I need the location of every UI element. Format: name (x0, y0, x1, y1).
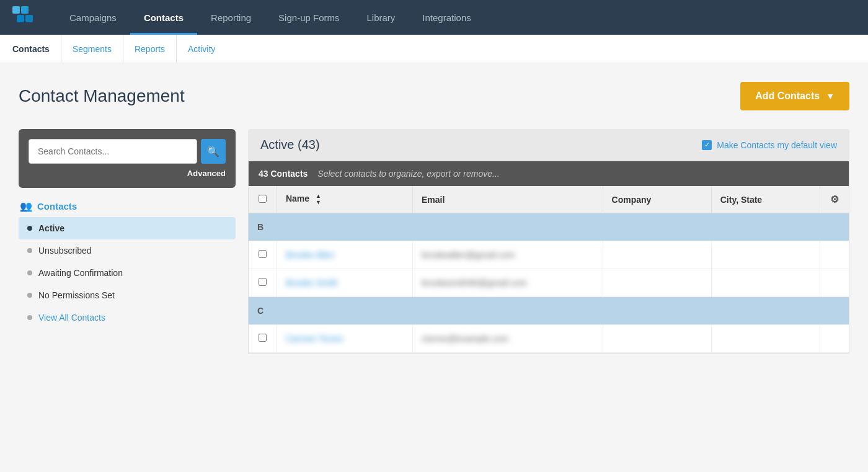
email-column-header: Email (412, 186, 603, 213)
search-box: 🔍 Advanced (19, 129, 236, 188)
table-body: B Brooke Allen brookeallen@gmail.com (249, 213, 849, 353)
city-cell (711, 269, 820, 297)
name-cell[interactable]: Brooke Smith (277, 269, 412, 297)
table-header-bar: 43 Contacts Select contacts to organize,… (249, 161, 849, 186)
sidebar-item-no-permissions[interactable]: No Permissions Set (19, 284, 236, 306)
default-view-label: Make Contacts my default view (717, 140, 837, 150)
name-sort-icon[interactable]: ▲▼ (316, 194, 321, 205)
sidebar-unsubscribed-label: Unsubscribed (38, 246, 92, 256)
search-input[interactable] (29, 139, 197, 164)
dropdown-arrow-icon: ▼ (826, 91, 835, 101)
add-contacts-button[interactable]: Add Contacts ▼ (740, 82, 849, 110)
logo[interactable] (12, 6, 37, 29)
right-panel: Active (43) ✓ Make Contacts my default v… (248, 129, 849, 354)
contact-email-blurred: ctorres@example.com (422, 334, 508, 344)
awaiting-dot-icon (27, 270, 32, 275)
subnav-contacts[interactable]: Contacts (12, 35, 61, 63)
name-cell[interactable]: Brooke Allen (277, 241, 412, 269)
contacts-count: 43 Contacts (259, 169, 308, 179)
table-header-row: Name ▲▼ Email Company City, State ⚙ (249, 186, 849, 213)
table-row: Brooke Smith brookesmith90@gmail.com (249, 269, 849, 297)
sidebar-item-active[interactable]: Active (19, 217, 236, 239)
svg-rect-0 (12, 6, 20, 14)
nav-library[interactable]: Library (353, 0, 409, 35)
row-checkbox-cell[interactable] (249, 241, 277, 269)
view-all-dot-icon (27, 315, 32, 320)
city-column-header: City, State (711, 186, 820, 213)
view-all-label: View All Contacts (38, 313, 105, 323)
row-settings-cell (820, 241, 849, 269)
sidebar-item-unsubscribed[interactable]: Unsubscribed (19, 239, 236, 262)
sidebar-section: 👥 Contacts Active Unsubscribed Awaiting … (19, 200, 236, 329)
table-row: Brooke Allen brookeallen@gmail.com (249, 241, 849, 269)
nav-reporting[interactable]: Reporting (197, 0, 265, 35)
subnav-segments[interactable]: Segments (61, 35, 123, 63)
nav-campaigns[interactable]: Campaigns (56, 0, 130, 35)
nav-contacts[interactable]: Contacts (130, 0, 197, 35)
group-letter-c: C (249, 297, 849, 325)
row-checkbox[interactable] (259, 334, 267, 342)
unsubscribed-dot-icon (27, 248, 32, 253)
table-row: Carmen Torres ctorres@example.com (249, 325, 849, 353)
email-cell: brookesmith90@gmail.com (412, 269, 603, 297)
group-row-b: B (249, 213, 849, 241)
sidebar-active-label: Active (38, 223, 64, 233)
email-cell: ctorres@example.com (412, 325, 603, 353)
sidebar-group-name: Contacts (37, 201, 77, 212)
subnav-activity[interactable]: Activity (177, 35, 226, 63)
search-button[interactable]: 🔍 (201, 139, 226, 164)
name-column-label: Name (286, 194, 309, 203)
select-all-header[interactable] (249, 186, 277, 213)
group-row-c: C (249, 297, 849, 325)
page-header: Contact Management Add Contacts ▼ (19, 82, 849, 110)
view-all-contacts-link[interactable]: View All Contacts (19, 306, 236, 329)
contact-name-blurred: Carmen Torres (286, 334, 343, 344)
email-cell: brookeallen@gmail.com (412, 241, 603, 269)
contact-email-blurred: brookesmith90@gmail.com (422, 278, 527, 288)
group-letter-b: B (249, 213, 849, 241)
nav-signup-forms[interactable]: Sign-up Forms (265, 0, 353, 35)
contact-email-blurred: brookeallen@gmail.com (422, 250, 515, 260)
company-cell (603, 325, 711, 353)
add-contacts-label: Add Contacts (755, 91, 820, 102)
company-column-header: Company (603, 186, 711, 213)
active-dot-icon (27, 226, 32, 231)
page-title: Contact Management (19, 86, 185, 106)
row-checkbox[interactable] (259, 278, 267, 286)
search-input-row: 🔍 (29, 139, 226, 164)
left-sidebar: 🔍 Advanced 👥 Contacts Active Unsubscrib (19, 129, 236, 329)
sidebar-item-awaiting[interactable]: Awaiting Confirmation (19, 262, 236, 284)
contact-name-blurred: Brooke Allen (286, 250, 335, 260)
active-banner-title: Active (43) (260, 138, 320, 152)
table-container: 43 Contacts Select contacts to organize,… (248, 161, 849, 354)
subnav-reports[interactable]: Reports (123, 35, 177, 63)
contact-name-blurred: Brooke Smith (286, 278, 338, 288)
active-banner: Active (43) ✓ Make Contacts my default v… (248, 129, 849, 161)
sidebar-group-label: 👥 Contacts (19, 200, 236, 212)
row-checkbox-cell[interactable] (249, 269, 277, 297)
no-permissions-dot-icon (27, 293, 32, 298)
search-icon: 🔍 (207, 146, 219, 158)
nav-links: Campaigns Contacts Reporting Sign-up For… (56, 0, 856, 35)
sidebar-awaiting-label: Awaiting Confirmation (38, 268, 123, 278)
advanced-link[interactable]: Advanced (29, 169, 226, 178)
row-settings-cell (820, 269, 849, 297)
company-cell (603, 269, 711, 297)
name-column-header[interactable]: Name ▲▼ (277, 186, 412, 213)
row-checkbox[interactable] (259, 250, 267, 258)
row-checkbox-cell[interactable] (249, 325, 277, 353)
nav-integrations[interactable]: Integrations (409, 0, 484, 35)
contacts-table: Name ▲▼ Email Company City, State ⚙ (249, 186, 849, 353)
default-view-checkbox-row[interactable]: ✓ Make Contacts my default view (702, 140, 837, 150)
city-cell (711, 325, 820, 353)
name-cell[interactable]: Carmen Torres (277, 325, 412, 353)
svg-rect-3 (25, 15, 33, 22)
sidebar-no-permissions-label: No Permissions Set (38, 290, 115, 300)
svg-rect-2 (17, 15, 24, 22)
company-cell (603, 241, 711, 269)
row-settings-cell (820, 325, 849, 353)
settings-gear-icon[interactable]: ⚙ (830, 194, 839, 205)
default-view-checkbox[interactable]: ✓ (702, 140, 712, 150)
select-all-checkbox[interactable] (259, 195, 267, 203)
settings-column-header[interactable]: ⚙ (820, 186, 849, 213)
